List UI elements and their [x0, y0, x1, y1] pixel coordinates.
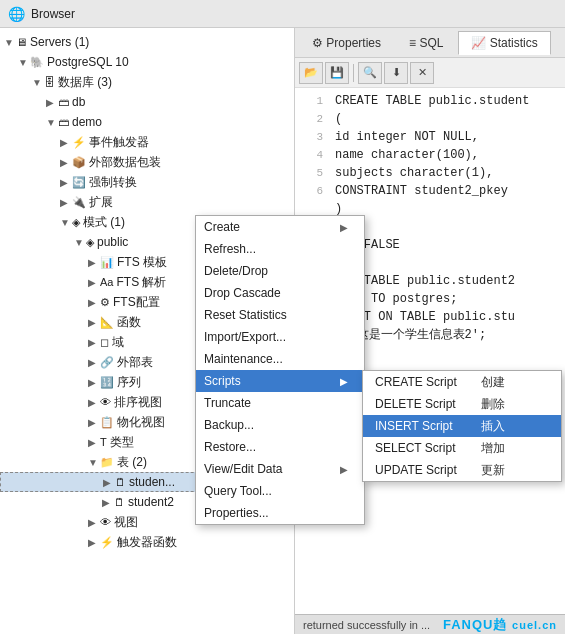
tree-arrow: ▶: [102, 497, 112, 508]
submenu-item-insert-script[interactable]: INSERT Script插入: [363, 415, 561, 437]
toolbar: 📂 💾 🔍 ⬇ ✕: [295, 58, 565, 88]
tree-arrow: ▶: [88, 417, 98, 428]
menu-item-label: Backup...: [204, 418, 254, 432]
submenu-label-en: SELECT Script: [375, 441, 475, 455]
context-menu-item-backup[interactable]: Backup...: [196, 414, 364, 436]
search-button[interactable]: 🔍: [358, 62, 382, 84]
tree-node-icon: 🐘: [30, 56, 44, 69]
submenu-label-cn: 创建: [481, 374, 505, 391]
context-menu-item-import-export[interactable]: Import/Export...: [196, 326, 364, 348]
close-button[interactable]: ✕: [410, 62, 434, 84]
tree-node-icon: 🔄: [72, 176, 86, 189]
code-line: 4 name character(100),: [303, 146, 557, 164]
scripts-submenu: CREATE Script创建DELETE Script删除INSERT Scr…: [362, 370, 562, 482]
tree-arrow: ▶: [88, 357, 98, 368]
submenu-label-en: DELETE Script: [375, 397, 475, 411]
tree-item[interactable]: ▶🔌扩展: [0, 192, 294, 212]
tree-node-icon: ◈: [86, 236, 94, 249]
menu-item-label: Properties...: [204, 506, 269, 520]
context-menu-item-truncate[interactable]: Truncate: [196, 392, 364, 414]
tab-properties[interactable]: ⚙ Properties: [299, 31, 394, 54]
code-line: 6 CONSTRAINT student2_pkey: [303, 182, 557, 200]
tree-node-icon: 🗒: [115, 476, 126, 488]
submenu-item-select-script[interactable]: SELECT Script增加: [363, 437, 561, 459]
context-menu-item-query-tool[interactable]: Query Tool...: [196, 480, 364, 502]
context-menu-item-restore[interactable]: Restore...: [196, 436, 364, 458]
tree-arrow: ▶: [60, 177, 70, 188]
context-menu-item-reset-stats[interactable]: Reset Statistics: [196, 304, 364, 326]
context-menu-item-properties[interactable]: Properties...: [196, 502, 364, 524]
tree-arrow: ▶: [88, 397, 98, 408]
open-button[interactable]: 📂: [299, 62, 323, 84]
menu-item-label: Truncate: [204, 396, 251, 410]
tree-arrow: ▶: [88, 377, 98, 388]
tree-item[interactable]: ▼🗃demo: [0, 112, 294, 132]
context-menu-item-scripts[interactable]: Scripts▶: [196, 370, 364, 392]
line-text: (: [335, 110, 342, 128]
line-text: CREATE TABLE public.student: [335, 92, 529, 110]
save-button[interactable]: 💾: [325, 62, 349, 84]
submenu-label-en: INSERT Script: [375, 419, 475, 433]
submenu-item-delete-script[interactable]: DELETE Script删除: [363, 393, 561, 415]
tree-arrow: ▶: [103, 477, 113, 488]
submenu-item-create-script[interactable]: CREATE Script创建: [363, 371, 561, 393]
submenu-item-update-script[interactable]: UPDATE Script更新: [363, 459, 561, 481]
tree-node-icon: ⚡: [72, 136, 86, 149]
context-menu-item-view-edit[interactable]: View/Edit Data▶: [196, 458, 364, 480]
line-number: 4: [303, 146, 323, 164]
tree-node-label: PostgreSQL 10: [47, 55, 129, 69]
tree-arrow: ▶: [60, 157, 70, 168]
browser-icon: 🌐: [8, 6, 25, 22]
context-menu-item-delete[interactable]: Delete/Drop: [196, 260, 364, 282]
tree-node-icon: ⚡: [100, 536, 114, 549]
tree-item[interactable]: ▼🐘PostgreSQL 10: [0, 52, 294, 72]
tree-arrow: ▶: [88, 437, 98, 448]
tree-node-label: 外部表: [117, 354, 153, 371]
code-line: 2(: [303, 110, 557, 128]
submenu-arrow-icon: ▶: [340, 376, 348, 387]
tree-item[interactable]: ▶🔄强制转换: [0, 172, 294, 192]
tree-item[interactable]: ▶🗃db: [0, 92, 294, 112]
line-text: name character(100),: [335, 146, 479, 164]
download-button[interactable]: ⬇: [384, 62, 408, 84]
tree-item[interactable]: ▼🗄数据库 (3): [0, 72, 294, 92]
tree-arrow: ▼: [32, 77, 42, 88]
tree-arrow: ▶: [88, 317, 98, 328]
status-text: returned successfully in ...: [303, 619, 430, 631]
context-menu: Create▶Refresh...Delete/DropDrop Cascade…: [195, 215, 365, 525]
line-number: 1: [303, 92, 323, 110]
tab-sql[interactable]: ≡ SQL: [396, 31, 456, 54]
submenu-label-en: CREATE Script: [375, 375, 475, 389]
submenu-arrow-icon: ▶: [340, 464, 348, 475]
tree-arrow: ▶: [46, 97, 56, 108]
tab-statistics[interactable]: 📈 Statistics: [458, 31, 550, 55]
tree-node-icon: T: [100, 436, 107, 448]
tree-node-label: 事件触发器: [89, 134, 149, 151]
context-menu-item-refresh[interactable]: Refresh...: [196, 238, 364, 260]
context-menu-item-maintenance[interactable]: Maintenance...: [196, 348, 364, 370]
tree-arrow: ▶: [60, 137, 70, 148]
tree-node-icon: 🔌: [72, 196, 86, 209]
tree-node-icon: 📋: [100, 416, 114, 429]
menu-item-label: Restore...: [204, 440, 256, 454]
tree-node-label: 扩展: [89, 194, 113, 211]
line-text: id integer NOT NULL,: [335, 128, 479, 146]
tree-node-label: 外部数据包装: [89, 154, 161, 171]
tree-item[interactable]: ▶⚡触发器函数: [0, 532, 294, 552]
context-menu-item-drop-cascade[interactable]: Drop Cascade: [196, 282, 364, 304]
code-line: 5 subjects character(1),: [303, 164, 557, 182]
tree-node-label: FTS配置: [113, 294, 160, 311]
context-menu-item-create[interactable]: Create▶: [196, 216, 364, 238]
tree-arrow: ▼: [74, 237, 84, 248]
tree-arrow: ▶: [88, 537, 98, 548]
properties-icon: ⚙: [312, 36, 323, 50]
tab-bar: ⚙ Properties ≡ SQL 📈 Statistics: [295, 28, 565, 58]
tree-node-icon: ⚙: [100, 296, 110, 309]
tree-node-icon: 🗃: [58, 116, 69, 128]
tree-node-label: 物化视图: [117, 414, 165, 431]
tree-item[interactable]: ▶⚡事件触发器: [0, 132, 294, 152]
tree-arrow: ▶: [88, 337, 98, 348]
sql-icon: ≡: [409, 36, 416, 50]
tree-item[interactable]: ▶📦外部数据包装: [0, 152, 294, 172]
tree-item[interactable]: ▼🖥Servers (1): [0, 32, 294, 52]
